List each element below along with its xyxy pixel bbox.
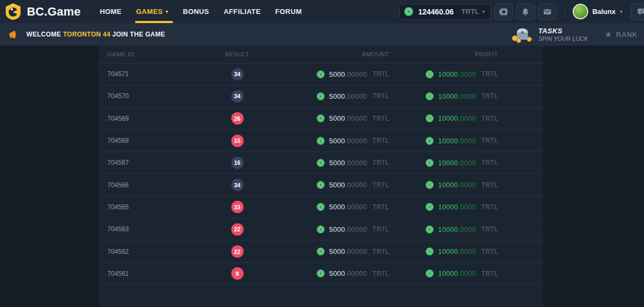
result-cell: 34 [206, 90, 269, 103]
column-amount: AMOUNT [269, 51, 399, 57]
announcement-text: WELCOME TORONTON 44 JOIN THE GAME [26, 31, 165, 38]
column-profit: PROFIT [399, 51, 543, 57]
nav-bonus[interactable]: BONUS [183, 0, 209, 23]
trtl-coin-icon [426, 203, 434, 211]
avatar [573, 4, 588, 19]
logo[interactable]: BC.Game [4, 3, 93, 20]
result-badge: 22 [231, 223, 244, 236]
trtl-coin-icon [426, 225, 434, 233]
trtl-coin-icon [426, 70, 434, 78]
messages-button[interactable] [538, 4, 557, 20]
chat-button[interactable]: 10 [631, 3, 644, 20]
table-body: 70457134 5000.00000TRTL 10000.0000TRTL70… [98, 63, 543, 285]
trtl-coin-icon [426, 181, 434, 189]
trtl-coin-icon [317, 70, 325, 78]
bets-table-panel: GAME ID RESULT AMOUNT PROFIT 70457134 50… [98, 46, 543, 307]
table-row: 70457034 5000.00000TRTL 10000.0000TRTL [98, 85, 543, 107]
nav-games[interactable]: GAMES▾ [136, 0, 169, 23]
treasure-chest-icon [511, 26, 533, 43]
result-cell: 34 [206, 179, 269, 191]
column-game-id: GAME ID [98, 51, 206, 57]
vault-icon [498, 6, 509, 17]
currency-label: TRTL [481, 248, 498, 255]
chevron-down-icon: ▾ [165, 9, 168, 14]
trtl-coin-icon [426, 92, 434, 100]
currency-label: TRTL [481, 92, 498, 100]
currency-label: TRTL [481, 225, 498, 233]
notifications-button[interactable] [516, 4, 535, 20]
currency-label: TRTL [481, 181, 498, 189]
currency-label: TRTL [481, 115, 498, 122]
currency-label: TRTL [372, 115, 389, 122]
trtl-coin-icon [317, 203, 325, 211]
chat-icon [636, 6, 644, 17]
trtl-coin-icon [426, 269, 434, 277]
trtl-coin-icon [317, 181, 325, 189]
rank-widget[interactable]: ★ RANK [604, 30, 638, 39]
top-navbar: BC.Game HOME GAMES▾ BONUS AFFILIATE FORU… [0, 0, 644, 23]
trtl-coin-icon [317, 269, 325, 277]
column-result: RESULT [206, 51, 269, 57]
announcement-highlight: TORONTON 44 [63, 31, 110, 38]
table-header: GAME ID RESULT AMOUNT PROFIT [98, 46, 543, 63]
result-badge: 22 [231, 245, 244, 258]
main-nav: HOME GAMES▾ BONUS AFFILIATE FORUM [100, 0, 302, 23]
user-menu[interactable]: Balunx ▾ [573, 4, 623, 19]
game-id-cell: 704563 [98, 225, 206, 233]
divider [565, 7, 565, 17]
main-content: GAME ID RESULT AMOUNT PROFIT 70457134 50… [0, 46, 644, 307]
game-id-cell: 704569 [98, 115, 206, 122]
result-cell: 34 [206, 68, 269, 81]
tasks-title: TASKS [538, 27, 588, 35]
balance-selector[interactable]: 124460.06 TRTL ▾ [399, 4, 491, 20]
topbar-right: 124460.06 TRTL ▾ [399, 3, 644, 20]
trtl-coin-icon [317, 137, 325, 145]
nav-home[interactable]: HOME [100, 0, 122, 23]
bell-icon [521, 7, 530, 17]
profit-cell: 10000.0000TRTL [399, 159, 543, 167]
currency-label: TRTL [372, 181, 389, 189]
star-icon: ★ [604, 30, 612, 39]
trtl-coin-icon [404, 7, 413, 16]
amount-cell: 5000.00000TRTL [269, 159, 399, 167]
result-cell: 22 [206, 223, 269, 236]
trtl-coin-icon [317, 114, 325, 122]
trtl-coin-icon [426, 114, 434, 122]
result-badge: 34 [231, 68, 244, 81]
game-id-cell: 704570 [98, 92, 206, 100]
result-badge: 15 [231, 135, 244, 147]
tasks-subtitle: SPIN YOUR LUCK [538, 35, 588, 42]
result-cell: 26 [206, 112, 269, 125]
trtl-coin-icon [317, 247, 325, 255]
result-cell: 22 [206, 245, 269, 258]
profit-cell: 10000.0000TRTL [399, 70, 543, 78]
nav-forum[interactable]: FORUM [275, 0, 302, 23]
result-badge: 34 [231, 90, 244, 103]
profit-cell: 10000.0000TRTL [399, 92, 543, 100]
currency-label: TRTL [372, 92, 389, 100]
amount-cell: 5000.00000TRTL [269, 114, 399, 122]
profit-cell: 10000.0000TRTL [399, 181, 543, 189]
currency-label: TRTL [481, 70, 498, 78]
profit-cell: 10000.0000TRTL [399, 203, 543, 211]
chevron-down-icon: ▾ [482, 9, 485, 14]
amount-cell: 5000.00000TRTL [269, 269, 399, 277]
currency-label: TRTL [372, 248, 389, 255]
game-id-cell: 704571 [98, 70, 206, 78]
game-id-cell: 704565 [98, 203, 206, 211]
currency-label: TRTL [372, 137, 389, 144]
username: Balunx [592, 8, 616, 16]
result-cell: 8 [206, 267, 269, 280]
profit-cell: 10000.0000TRTL [399, 247, 543, 255]
envelope-icon [543, 7, 552, 17]
amount-cell: 5000.00000TRTL [269, 225, 399, 233]
vault-button[interactable] [494, 4, 513, 20]
tasks-widget[interactable]: TASKS SPIN YOUR LUCK [511, 26, 588, 43]
nav-affiliate[interactable]: AFFILIATE [224, 0, 261, 23]
profit-cell: 10000.0000TRTL [399, 269, 543, 277]
page: BC.Game HOME GAMES▾ BONUS AFFILIATE FORU… [0, 0, 644, 307]
result-cell: 16 [206, 157, 269, 169]
game-id-cell: 704567 [98, 159, 206, 166]
result-badge: 8 [231, 267, 244, 280]
trtl-coin-icon [317, 159, 325, 167]
